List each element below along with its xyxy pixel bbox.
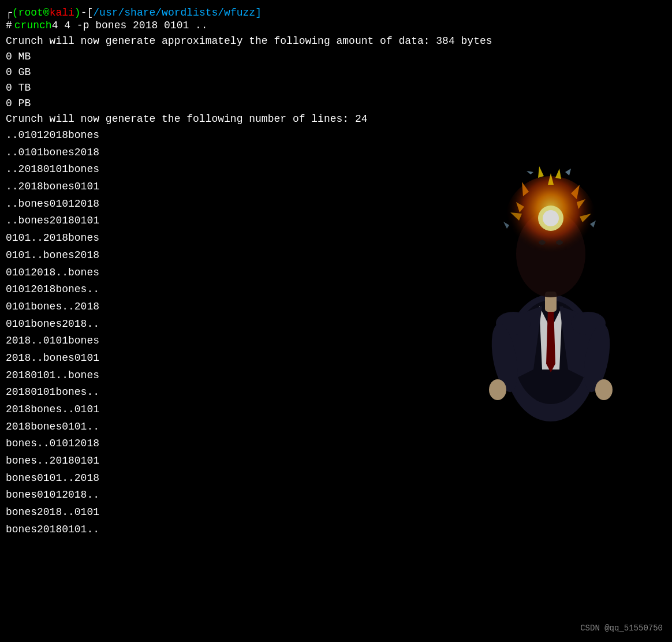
generated-list: ..01012018bones..0101bones2018..20180101… <box>6 127 666 539</box>
output-line-6: Crunch will now generate the following n… <box>6 111 666 127</box>
list-item: ..20180101bones <box>6 161 666 178</box>
list-item: 20180101..bones <box>6 367 666 385</box>
list-item: bones01012018.. <box>6 487 666 504</box>
list-item: bones..01012018 <box>6 435 666 453</box>
list-item: 0101bones2018.. <box>6 316 666 333</box>
prompt-hash: # <box>6 20 12 31</box>
cmd-crunch: crunch <box>14 20 52 31</box>
prompt-host: kali <box>50 7 74 18</box>
terminal: ┌ (root ® kali ) -[ /usr/share/wordlists… <box>0 0 672 546</box>
list-item: ..bones20180101 <box>6 212 666 230</box>
prompt-path: /usr/share/wordlists/wfuzz <box>93 7 255 18</box>
output-line-4: 0 TB <box>6 80 666 96</box>
prompt-ring: ® <box>43 7 50 18</box>
list-item: ..2018bones0101 <box>6 178 666 196</box>
list-item: 2018..bones0101 <box>6 350 666 367</box>
list-item: ..01012018bones <box>6 127 666 144</box>
prompt-command-line: # crunch 4 4 -p bones 2018 0101 .. <box>6 20 666 31</box>
list-item: bones20180101.. <box>6 521 666 539</box>
prompt-path-bracket: ] <box>255 7 262 18</box>
list-item: bones2018..0101 <box>6 504 666 521</box>
list-item: 01012018bones.. <box>6 281 666 298</box>
list-item: 2018..0101bones <box>6 333 666 350</box>
list-item: 01012018..bones <box>6 264 666 282</box>
prompt-dash: -[ <box>81 7 94 18</box>
prompt-bracket-open: ┌ <box>6 7 12 18</box>
list-item: 0101..bones2018 <box>6 247 666 264</box>
list-item: ..bones01012018 <box>6 196 666 213</box>
list-item: 0101..2018bones <box>6 230 666 247</box>
output-line-2: 0 MB <box>6 49 666 65</box>
list-item: 2018bones0101.. <box>6 419 666 436</box>
output-line-5: 0 PB <box>6 96 666 111</box>
prompt-root-label: (root <box>12 7 43 18</box>
prompt-bracket-close: ) <box>74 7 81 18</box>
prompt-directory-line: ┌ (root ® kali ) -[ /usr/share/wordlists… <box>6 7 666 18</box>
output-line-3: 0 GB <box>6 65 666 80</box>
list-item: 0101bones..2018 <box>6 298 666 316</box>
watermark: CSDN @qq_51550750 <box>580 624 663 633</box>
list-item: bones0101..2018 <box>6 470 666 487</box>
list-item: 20180101bones.. <box>6 384 666 401</box>
list-item: bones..20180101 <box>6 453 666 470</box>
output-line-1: Crunch will now generate approximately t… <box>6 33 666 49</box>
list-item: 2018bones..0101 <box>6 401 666 419</box>
list-item: ..0101bones2018 <box>6 144 666 162</box>
cmd-args: 4 4 -p bones 2018 0101 .. <box>52 20 208 31</box>
